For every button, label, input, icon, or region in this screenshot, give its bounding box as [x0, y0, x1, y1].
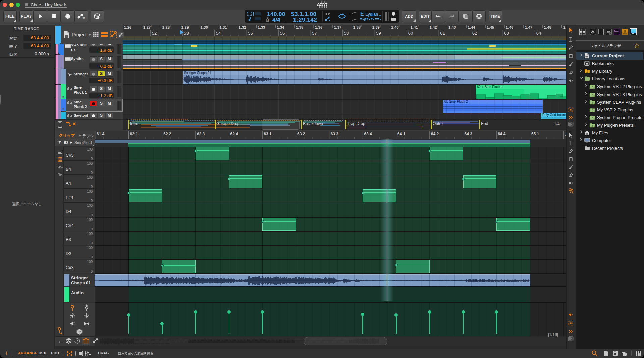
- svg-text:64.1: 64.1: [397, 132, 406, 136]
- svg-text:53: 53: [184, 31, 189, 36]
- svg-text:P: P: [610, 32, 611, 35]
- svg-text:1:27: 1:27: [143, 25, 151, 29]
- svg-text:*: *: [122, 35, 123, 37]
- svg-text:62.1: 62.1: [130, 132, 138, 136]
- svg-text:1:32: 1:32: [238, 25, 246, 29]
- svg-text:64: 64: [536, 31, 541, 36]
- svg-text:1:36: 1:36: [315, 25, 322, 29]
- svg-text:1:46: 1:46: [506, 25, 513, 29]
- svg-text:62.2: 62.2: [163, 132, 171, 136]
- svg-text:57: 57: [312, 31, 317, 36]
- svg-text:61.4: 61.4: [97, 132, 105, 136]
- svg-text:1:45: 1:45: [487, 25, 494, 29]
- svg-text:65.1: 65.1: [531, 132, 539, 136]
- svg-text:61: 61: [440, 31, 445, 36]
- svg-text:,6: ,6: [565, 132, 566, 136]
- svg-text:60: 60: [408, 31, 413, 36]
- svg-text:1:42: 1:42: [429, 25, 437, 29]
- svg-text:1:47: 1:47: [525, 25, 532, 29]
- svg-text:1:41: 1:41: [411, 25, 418, 29]
- svg-text:54: 54: [216, 31, 221, 36]
- svg-text:56: 56: [280, 31, 285, 36]
- svg-text:55: 55: [248, 31, 253, 36]
- svg-text:1:30: 1:30: [201, 25, 208, 29]
- svg-text:59: 59: [376, 31, 381, 36]
- svg-text:1:48: 1:48: [544, 25, 551, 29]
- svg-text:62.3: 62.3: [197, 132, 205, 136]
- svg-text:63.3: 63.3: [331, 132, 339, 136]
- svg-text:58: 58: [344, 31, 349, 36]
- svg-text:1:35: 1:35: [296, 25, 303, 29]
- svg-text:63.2: 63.2: [297, 132, 305, 136]
- svg-text:1:40: 1:40: [391, 25, 399, 29]
- svg-text:1:34: 1:34: [277, 25, 284, 29]
- svg-text:64.2: 64.2: [431, 132, 439, 136]
- svg-text:64.4: 64.4: [498, 132, 506, 136]
- svg-text:1:38: 1:38: [353, 25, 361, 29]
- svg-text:1:29: 1:29: [181, 25, 189, 29]
- svg-text:1:28: 1:28: [162, 25, 170, 29]
- svg-text:62.4: 62.4: [230, 132, 238, 136]
- svg-text:62: 62: [472, 31, 477, 36]
- svg-text:1:33: 1:33: [258, 25, 265, 29]
- svg-text:52: 52: [152, 31, 157, 36]
- svg-text:64.3: 64.3: [465, 132, 473, 136]
- svg-text:63.4: 63.4: [364, 132, 372, 136]
- svg-text:1:31: 1:31: [220, 25, 227, 29]
- svg-text:1:37: 1:37: [334, 25, 341, 29]
- svg-text:1:44: 1:44: [468, 25, 475, 29]
- svg-text:1:43: 1:43: [448, 25, 456, 29]
- svg-text:63.1: 63.1: [264, 132, 272, 136]
- svg-text:1:26: 1:26: [124, 25, 131, 29]
- svg-text:1:39: 1:39: [372, 25, 380, 29]
- svg-text:63: 63: [504, 31, 509, 36]
- svg-text:w: w: [82, 16, 85, 19]
